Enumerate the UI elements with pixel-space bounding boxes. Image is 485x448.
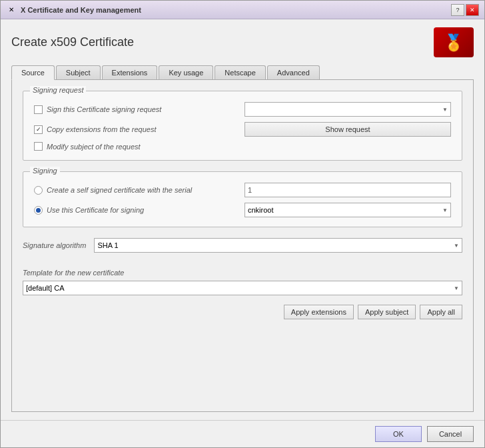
- tab-source[interactable]: Source: [11, 65, 55, 80]
- tabs-bar: Source Subject Extensions Key usage Nets…: [11, 65, 474, 80]
- copy-extensions-checkbox[interactable]: [34, 125, 43, 134]
- signature-algorithm-select-wrapper: SHA 1: [94, 238, 462, 253]
- cert-select[interactable]: cnkiroot: [244, 203, 451, 217]
- sign-cert-right: [244, 102, 451, 117]
- use-cert-radio[interactable]: [34, 206, 43, 215]
- cert-select-wrapper: cnkiroot: [244, 203, 451, 217]
- self-signed-radio[interactable]: [34, 186, 43, 195]
- apply-all-button[interactable]: Apply all: [420, 305, 462, 319]
- apply-extensions-button[interactable]: Apply extensions: [284, 305, 354, 319]
- self-signed-right: [244, 183, 451, 197]
- use-cert-row: Use this Certificate for signing cnkiroo…: [34, 203, 451, 217]
- title-bar-text: X Certificate and Key management: [21, 6, 451, 14]
- window-content: Create x509 Certificate Source Subject E…: [1, 19, 484, 420]
- sign-cert-select-wrapper: [244, 102, 451, 117]
- tab-extensions[interactable]: Extensions: [102, 65, 158, 79]
- help-button[interactable]: ?: [451, 4, 464, 16]
- signature-algorithm-row: Signature algorithm SHA 1: [23, 238, 462, 253]
- apply-subject-button[interactable]: Apply subject: [358, 305, 416, 319]
- main-panel: Signing request Sign this Certificate si…: [11, 80, 474, 412]
- show-request-button[interactable]: Show request: [244, 122, 451, 137]
- copy-extensions-left: Copy extensions from the request: [34, 125, 239, 134]
- tab-key-usage[interactable]: Key usage: [159, 65, 213, 79]
- sign-cert-left: Sign this Certificate signing request: [34, 105, 239, 114]
- page-header: Create x509 Certificate: [11, 27, 474, 57]
- modify-subject-row: Modify subject of the request: [34, 142, 451, 151]
- tab-subject[interactable]: Subject: [56, 65, 101, 79]
- footer-buttons: OK Cancel: [1, 420, 484, 447]
- show-request-right: Show request: [244, 122, 451, 137]
- title-bar-buttons: ? ✕: [451, 4, 479, 16]
- sign-cert-checkbox[interactable]: [34, 105, 43, 114]
- template-select-wrapper: [default] CA: [23, 281, 462, 295]
- copy-extensions-label: Copy extensions from the request: [47, 125, 156, 133]
- apply-buttons-row: Apply extensions Apply subject Apply all: [23, 305, 462, 319]
- cert-logo: [434, 27, 474, 57]
- main-window: ✕ X Certificate and Key management ? ✕ C…: [0, 0, 485, 448]
- signing-content: Create a self signed certificate with th…: [34, 183, 451, 217]
- app-icon: ✕: [6, 5, 17, 15]
- use-cert-right: cnkiroot: [244, 203, 451, 217]
- signing-group-label: Signing: [30, 167, 60, 175]
- sign-cert-row: Sign this Certificate signing request: [34, 102, 451, 117]
- modify-subject-left: Modify subject of the request: [34, 142, 451, 151]
- page-title: Create x509 Certificate: [11, 35, 134, 49]
- ok-button[interactable]: OK: [375, 426, 422, 442]
- self-signed-row: Create a self signed certificate with th…: [34, 183, 451, 197]
- signing-request-group-label: Signing request: [30, 86, 86, 94]
- self-signed-label: Create a self signed certificate with th…: [47, 186, 192, 194]
- modify-subject-label: Modify subject of the request: [47, 143, 141, 151]
- title-bar: ✕ X Certificate and Key management ? ✕: [1, 1, 484, 19]
- tab-advanced[interactable]: Advanced: [267, 65, 320, 79]
- close-button[interactable]: ✕: [466, 4, 479, 16]
- signature-algorithm-select[interactable]: SHA 1: [94, 238, 462, 253]
- template-select[interactable]: [default] CA: [23, 281, 462, 295]
- tab-netscape[interactable]: Netscape: [215, 65, 265, 79]
- signing-request-content: Sign this Certificate signing request: [34, 102, 451, 151]
- cancel-button[interactable]: Cancel: [427, 426, 474, 442]
- template-section: Template for the new certificate [defaul…: [23, 269, 462, 319]
- template-label: Template for the new certificate: [23, 269, 462, 277]
- signature-algorithm-label: Signature algorithm: [23, 241, 86, 249]
- sign-cert-label: Sign this Certificate signing request: [47, 105, 161, 113]
- use-cert-label: Use this Certificate for signing: [47, 206, 144, 214]
- sign-cert-select[interactable]: [244, 102, 451, 117]
- serial-input[interactable]: [244, 183, 451, 197]
- copy-extensions-row: Copy extensions from the request Show re…: [34, 122, 451, 137]
- signing-request-group: Signing request Sign this Certificate si…: [23, 91, 462, 161]
- self-signed-left: Create a self signed certificate with th…: [34, 186, 239, 195]
- use-cert-left: Use this Certificate for signing: [34, 206, 239, 215]
- signing-group: Signing Create a self signed certificate…: [23, 171, 462, 227]
- modify-subject-checkbox[interactable]: [34, 142, 43, 151]
